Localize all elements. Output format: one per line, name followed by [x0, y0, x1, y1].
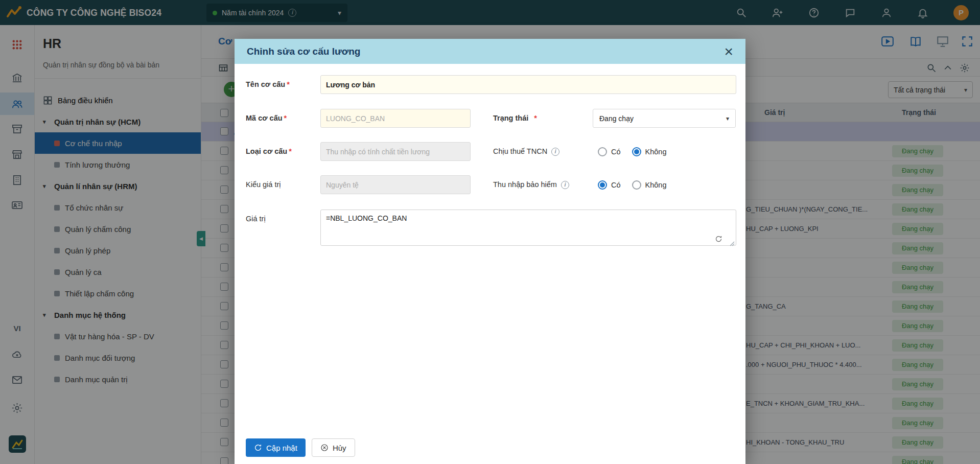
- status-select-value: Đang chạy: [599, 114, 634, 123]
- modal-header: Chỉnh sửa cơ cấu lương: [235, 39, 745, 64]
- required-marker: *: [284, 114, 287, 122]
- tax-yes-radio[interactable]: [598, 147, 607, 156]
- field-row-type-tax: Loại cơ cấu* Chịu thuế TNCN Có Không: [246, 142, 734, 161]
- field-row-code-status: Mã cơ cấu* Trạng thái* Đang chạy: [246, 109, 734, 128]
- insurance-no-label: Không: [645, 181, 667, 189]
- sync-icon[interactable]: [715, 235, 722, 243]
- value-kind-label: Kiểu giá trị: [246, 175, 281, 194]
- tax-radio-group: Có Không: [598, 142, 673, 161]
- tax-no-label: Không: [645, 148, 667, 156]
- field-row-name: Tên cơ cấu*: [246, 75, 734, 94]
- required-marker: *: [287, 80, 290, 88]
- tax-no-radio[interactable]: [632, 147, 641, 156]
- field-row-kind-insurance: Kiểu giá trị Thu nhập bảo hiểm Có Không: [246, 175, 734, 194]
- code-label: Mã cơ cấu*: [246, 109, 287, 128]
- formula-textarea[interactable]: =NBL_LUONG_CO_BAN: [320, 210, 736, 246]
- field-row-formula: Giá trị =NBL_LUONG_CO_BAN: [246, 210, 734, 246]
- insurance-label: Thu nhập bảo hiểm: [493, 175, 569, 194]
- insurance-yes-label: Có: [611, 181, 621, 189]
- modal-footer: Cập nhật Hủy: [246, 438, 355, 457]
- update-button[interactable]: Cập nhật: [246, 438, 306, 457]
- required-marker: *: [289, 147, 292, 155]
- cancel-button-label: Hủy: [333, 444, 346, 452]
- update-button-label: Cập nhật: [266, 444, 297, 452]
- required-marker: *: [534, 109, 537, 128]
- code-input[interactable]: [320, 109, 471, 128]
- info-icon[interactable]: [551, 148, 559, 156]
- insurance-radio-group: Có Không: [598, 175, 673, 194]
- app-screen: CÔNG TY CÔNG NGHỆ BISO24 Năm tài chính 2…: [0, 0, 980, 464]
- tax-yes-label: Có: [611, 148, 621, 156]
- cancel-circle-icon: [320, 444, 329, 452]
- type-input[interactable]: [320, 142, 471, 161]
- close-icon[interactable]: [724, 45, 733, 58]
- info-icon[interactable]: [561, 181, 569, 189]
- insurance-yes-radio[interactable]: [598, 180, 607, 190]
- formula-value: =NBL_LUONG_CO_BAN: [326, 214, 407, 222]
- value-kind-input[interactable]: [320, 175, 471, 194]
- insurance-no-radio[interactable]: [632, 180, 641, 190]
- tax-label: Chịu thuế TNCN: [493, 142, 559, 161]
- modal-title: Chỉnh sửa cơ cấu lương: [247, 46, 360, 57]
- edit-salary-structure-modal: Chỉnh sửa cơ cấu lương Tên cơ cấu* Mã cơ…: [235, 39, 745, 464]
- name-label: Tên cơ cấu*: [246, 75, 290, 94]
- cancel-button[interactable]: Hủy: [312, 438, 355, 457]
- status-label: Trạng thái*: [493, 109, 537, 128]
- type-label: Loại cơ cấu*: [246, 142, 292, 161]
- formula-label: Giá trị: [246, 210, 266, 228]
- resize-handle-icon[interactable]: [730, 239, 735, 244]
- name-input[interactable]: [320, 75, 736, 94]
- status-select[interactable]: Đang chạy: [593, 109, 736, 128]
- refresh-icon: [254, 444, 262, 452]
- chevron-down-icon: [726, 115, 729, 122]
